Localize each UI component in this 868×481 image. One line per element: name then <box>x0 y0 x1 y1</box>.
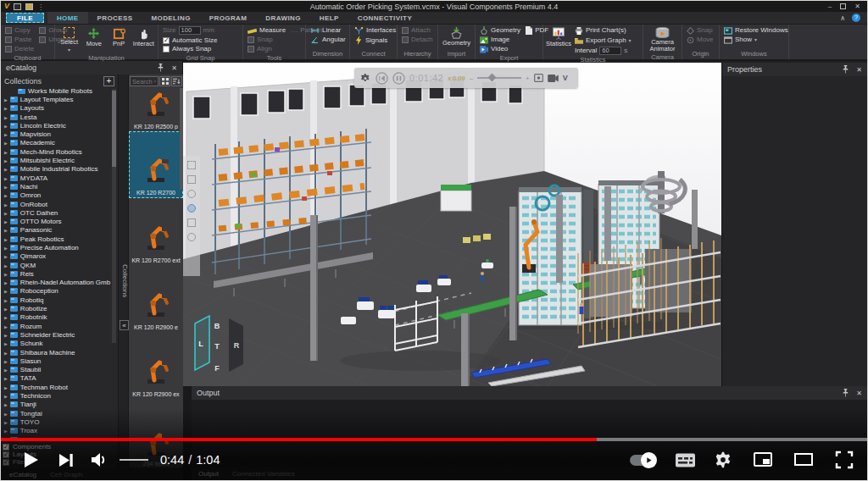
expand-arrow-icon[interactable] <box>4 174 8 182</box>
menu-tab[interactable]: CONNECTIVITY <box>348 12 421 24</box>
expand-arrow-icon[interactable] <box>4 148 8 156</box>
tree-item[interactable]: MYDATA <box>4 174 111 182</box>
subtitles-button[interactable] <box>675 452 696 468</box>
expand-arrow-icon[interactable] <box>4 384 8 391</box>
expand-arrow-icon[interactable] <box>4 226 8 234</box>
expand-arrow-icon[interactable] <box>4 296 8 304</box>
tree-item[interactable]: Mobile Industrial Robotics <box>4 165 111 174</box>
signals-button[interactable]: Signals <box>353 36 394 45</box>
tree-item[interactable]: Layouts <box>4 104 111 113</box>
paste-button[interactable]: Paste <box>3 36 36 44</box>
grid-size-input[interactable]: 100 <box>179 26 201 35</box>
show-windows-button[interactable]: Show <box>722 36 786 44</box>
tree-item[interactable]: Shibaura Machine <box>4 348 111 357</box>
expand-arrow-icon[interactable] <box>4 244 8 252</box>
expand-arrow-icon[interactable] <box>4 305 8 312</box>
tree-item[interactable]: Rhein-Nadel Automation Gmb <box>4 279 111 287</box>
import-geometry-button[interactable]: Geometry <box>442 26 472 47</box>
expand-arrow-icon[interactable] <box>4 340 8 347</box>
linear-button[interactable]: Linear <box>309 26 347 35</box>
interfaces-button[interactable]: Interfaces <box>353 26 394 35</box>
align-button[interactable]: Align <box>246 45 287 53</box>
view-front-label[interactable]: F <box>214 364 220 373</box>
origin-move-button[interactable]: Move <box>685 36 716 44</box>
expand-arrow-icon[interactable] <box>4 252 8 260</box>
sim-record-video-icon[interactable] <box>548 75 559 82</box>
component-item[interactable]: KR 120 R2900 e <box>129 265 183 332</box>
minimize-button[interactable]: – <box>828 3 832 10</box>
expand-arrow-icon[interactable] <box>4 279 8 286</box>
sim-speed-minus-icon[interactable]: – <box>470 75 473 82</box>
expand-arrow-icon[interactable] <box>4 418 8 426</box>
tree-item[interactable]: Staubli <box>4 366 111 374</box>
menu-tab[interactable]: FILE <box>6 13 44 23</box>
snap-button[interactable]: Snap <box>246 36 287 44</box>
3d-viewport[interactable]: 0:01:42 x 0.09 – + V B L T R F <box>183 63 721 386</box>
pnp-button[interactable]: PnP <box>108 26 131 47</box>
expand-arrow-icon[interactable] <box>4 130 8 138</box>
expand-arrow-icon[interactable] <box>4 104 8 112</box>
view-back-label[interactable]: B <box>214 322 220 330</box>
tree-item[interactable]: Works Mobile Robots <box>18 89 111 95</box>
tree-item[interactable]: Mech-Mind Robotics <box>4 147 111 156</box>
settings-button[interactable] <box>715 451 733 469</box>
expand-arrow-icon[interactable] <box>4 201 8 208</box>
collapse-collections-icon[interactable] <box>120 320 129 330</box>
app-logo-icon[interactable]: V <box>4 3 9 10</box>
expand-arrow-icon[interactable] <box>4 122 8 130</box>
pin-icon[interactable] <box>842 65 849 74</box>
menu-tab[interactable]: DRAWING <box>256 12 309 24</box>
sim-pause-icon[interactable] <box>392 72 405 85</box>
move-tool-icon[interactable] <box>187 175 196 184</box>
tree-item[interactable]: Omron <box>4 191 111 200</box>
fullscreen-button[interactable] <box>833 449 855 471</box>
expand-arrow-icon[interactable] <box>4 331 8 339</box>
menu-tab[interactable]: HOME <box>47 12 88 24</box>
measure-button[interactable]: Measure <box>246 26 287 35</box>
detach-button[interactable]: Detach <box>400 36 435 44</box>
component-item[interactable]: KR 120 R2700 <box>129 131 183 198</box>
tree-item[interactable]: Robotnik <box>4 313 111 322</box>
interact-button[interactable]: Interact <box>132 26 155 47</box>
tree-item[interactable]: Lesta <box>4 113 111 121</box>
export-video-button[interactable]: Video <box>478 45 522 53</box>
save-icon[interactable] <box>14 3 21 10</box>
tree-scrollbar[interactable] <box>112 89 116 343</box>
tree-item[interactable]: Siasun <box>4 357 111 365</box>
expand-arrow-icon[interactable] <box>4 218 8 225</box>
volume-slider[interactable] <box>120 459 148 461</box>
tree-item[interactable]: TOYO <box>4 417 111 426</box>
tree-item[interactable]: Mapvision <box>4 130 111 138</box>
delete-button[interactable]: Delete <box>3 45 36 53</box>
collapse-ribbon-icon[interactable] <box>840 14 845 22</box>
sim-screenshot-icon[interactable] <box>534 74 543 82</box>
expand-arrow-icon[interactable] <box>4 209 8 217</box>
sim-settings-gear-icon[interactable] <box>360 73 371 84</box>
expand-arrow-icon[interactable] <box>4 349 8 357</box>
measure-tool-icon[interactable] <box>187 218 196 227</box>
tree-item[interactable]: Mecademic <box>4 139 111 147</box>
search-box[interactable] <box>130 76 159 86</box>
export-graph-button[interactable]: Export Graph <box>573 36 633 45</box>
tree-item[interactable]: Mitsubishi Electric <box>4 156 111 164</box>
expand-arrow-icon[interactable] <box>4 401 8 408</box>
tree-item[interactable]: OTTO Motors <box>4 217 111 225</box>
tree-item[interactable]: Robotiq <box>4 296 111 304</box>
view-top-label[interactable]: T <box>214 342 220 351</box>
render-mode-icon[interactable] <box>187 233 196 241</box>
export-geometry-button[interactable]: Geometry <box>478 26 522 35</box>
miniplayer-button[interactable] <box>752 449 774 471</box>
select-button[interactable]: Select <box>58 26 81 53</box>
print-charts-button[interactable]: Print Chart(s) <box>573 26 633 35</box>
tree-item[interactable]: Technicon <box>4 391 111 400</box>
attach-button[interactable]: Attach <box>400 26 435 35</box>
add-collection-button[interactable] <box>103 76 114 86</box>
tree-item[interactable]: Nachi <box>4 182 111 191</box>
next-button[interactable] <box>47 451 84 470</box>
play-button[interactable] <box>13 449 47 471</box>
tree-item[interactable]: TATA <box>4 374 111 383</box>
close-button[interactable]: ✕ <box>854 3 860 10</box>
volume-button[interactable] <box>84 450 113 470</box>
expand-arrow-icon[interactable] <box>4 410 8 417</box>
component-item[interactable]: KR 120 R2700 ext <box>129 198 183 265</box>
